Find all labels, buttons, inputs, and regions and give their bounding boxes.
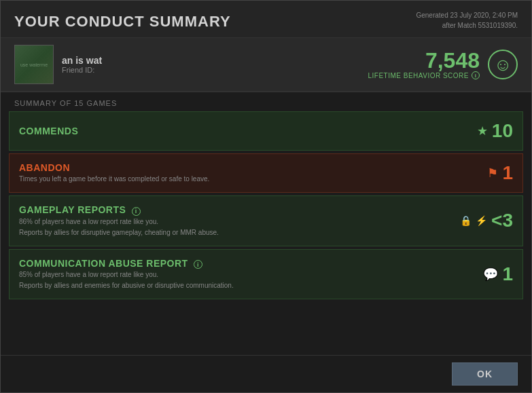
gameplay-subtitle2: Reports by allies for disruptive gamepla… bbox=[19, 228, 460, 238]
stats-area: COMMENDS ★ 10 ABANDON Times you left a g… bbox=[1, 111, 531, 355]
stat-right-commends: ★ 10 bbox=[477, 120, 513, 142]
stat-left-gameplay: GAMEPLAY REPORTS i 86% of players have a… bbox=[19, 204, 460, 238]
score-label: LIFETIME BEHAVIOR SCORE i bbox=[368, 71, 480, 79]
generated-text: Generated 23 July 2020, 2:40 PM bbox=[416, 10, 518, 20]
avatar-name-hint: use waterme bbox=[20, 62, 48, 67]
communication-value: 1 bbox=[502, 263, 513, 285]
stat-row-communication: COMMUNICATION ABUSE REPORT i 85% of play… bbox=[9, 249, 523, 300]
avatar: use waterme bbox=[14, 45, 54, 84]
score-block: 7,548 LIFETIME BEHAVIOR SCORE i bbox=[368, 50, 480, 79]
gameplay-bolt-icon: ⚡ bbox=[476, 215, 487, 226]
communication-info-icon[interactable]: i bbox=[194, 260, 202, 269]
gameplay-lock-icon: 🔒 bbox=[460, 215, 472, 226]
player-bar: use waterme an is wat Friend ID: 7,548 L… bbox=[1, 38, 531, 92]
score-number: 7,548 bbox=[368, 50, 480, 71]
gameplay-info-icon[interactable]: i bbox=[132, 207, 141, 216]
stat-row-commends: COMMENDS ★ 10 bbox=[9, 111, 523, 151]
summary-label: SUMMARY OF 15 GAMES bbox=[1, 92, 531, 111]
stat-left-communication: COMMUNICATION ABUSE REPORT i 85% of play… bbox=[19, 258, 483, 291]
abandon-flag-icon: ⚑ bbox=[487, 166, 498, 181]
stat-right-gameplay: 🔒 ⚡ <3 bbox=[460, 210, 513, 231]
stat-left-abandon: ABANDON Times you left a game before it … bbox=[19, 162, 487, 184]
smiley-icon: ☺ bbox=[488, 50, 518, 79]
main-container: YOUR CONDUCT SUMMARY Generated 23 July 2… bbox=[0, 0, 532, 393]
footer: OK bbox=[1, 355, 531, 392]
stat-left-commends: COMMENDS bbox=[19, 126, 477, 136]
score-area: 7,548 LIFETIME BEHAVIOR SCORE i ☺ bbox=[368, 50, 518, 79]
abandon-value: 1 bbox=[502, 162, 513, 184]
communication-title: COMMUNICATION ABUSE REPORT i bbox=[19, 258, 483, 269]
gameplay-value: <3 bbox=[491, 210, 513, 231]
stat-row-gameplay: GAMEPLAY REPORTS i 86% of players have a… bbox=[9, 195, 523, 246]
player-name-area: an is wat Friend ID: bbox=[62, 55, 368, 74]
gameplay-subtitle1: 86% of players have a low report rate li… bbox=[19, 217, 460, 227]
header-meta: Generated 23 July 2020, 2:40 PM after Ma… bbox=[416, 10, 518, 31]
stat-right-communication: 💬 1 bbox=[483, 263, 513, 285]
friend-id: Friend ID: bbox=[62, 66, 368, 74]
communication-subtitle1: 85% of players have a low report rate li… bbox=[19, 270, 483, 280]
ok-button[interactable]: OK bbox=[452, 362, 518, 386]
commends-title: COMMENDS bbox=[19, 126, 477, 136]
after-match-text: after Match 5531019390. bbox=[416, 20, 518, 31]
player-name: an is wat bbox=[62, 55, 368, 66]
stat-right-abandon: ⚑ 1 bbox=[487, 162, 513, 184]
communication-chat-icon: 💬 bbox=[483, 267, 498, 282]
abandon-title: ABANDON bbox=[19, 162, 487, 173]
abandon-subtitle: Times you left a game before it was comp… bbox=[19, 174, 487, 184]
gameplay-title: GAMEPLAY REPORTS i bbox=[19, 204, 460, 216]
header: YOUR CONDUCT SUMMARY Generated 23 July 2… bbox=[1, 1, 531, 38]
page-title: YOUR CONDUCT SUMMARY bbox=[14, 13, 231, 31]
commends-star-icon: ★ bbox=[477, 124, 488, 138]
stat-row-abandon: ABANDON Times you left a game before it … bbox=[9, 153, 523, 193]
communication-subtitle2: Reports by allies and enemies for abusiv… bbox=[19, 281, 483, 291]
score-info-icon[interactable]: i bbox=[472, 71, 480, 79]
commends-value: 10 bbox=[492, 120, 513, 142]
